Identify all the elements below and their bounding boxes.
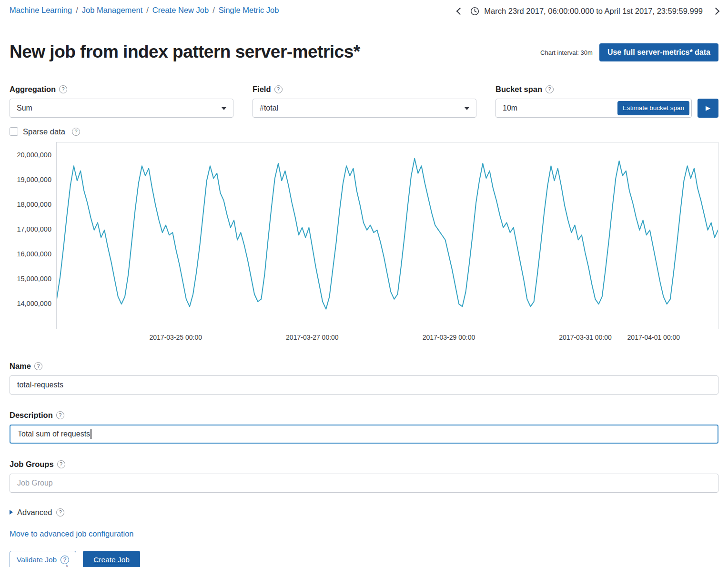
y-axis-label: 14,000,000 <box>10 300 51 307</box>
chart-line-svg <box>57 142 718 329</box>
help-icon[interactable]: ? <box>546 85 554 93</box>
help-icon[interactable]: ? <box>59 85 67 93</box>
advanced-label: Advanced <box>17 508 52 517</box>
y-axis-label: 18,000,000 <box>10 201 51 208</box>
chart-y-axis: 20,000,00019,000,00018,000,00017,000,000… <box>10 142 56 329</box>
help-icon: ? <box>61 556 69 564</box>
field-label: Field ? <box>253 85 476 94</box>
field-group: Field ? #total <box>253 85 476 118</box>
help-icon[interactable]: ? <box>57 460 65 468</box>
estimate-bucket-span-button[interactable]: Estimate bucket span <box>617 101 689 115</box>
sparse-data-label: Sparse data <box>23 127 65 136</box>
time-forward-icon[interactable] <box>712 8 720 15</box>
help-icon[interactable]: ? <box>72 128 80 136</box>
top-bar: Machine Learning/Job Management/Create N… <box>10 0 718 16</box>
chevron-down-icon <box>222 107 226 110</box>
breadcrumb: Machine Learning/Job Management/Create N… <box>10 6 279 15</box>
x-axis-label: 2017-03-25 00:00 <box>149 334 202 341</box>
clock-icon <box>470 7 479 16</box>
y-axis-label: 20,000,000 <box>10 151 51 159</box>
metric-preview-chart: 20,000,00019,000,00018,000,00017,000,000… <box>10 142 718 345</box>
bucket-span-group: Bucket span ? 10m Estimate bucket span ▶ <box>495 85 718 118</box>
description-value: Total sum of requests <box>18 430 90 438</box>
aggregation-group: Aggregation ? Sum <box>10 85 233 118</box>
breadcrumb-item[interactable]: Create New Job <box>152 6 209 15</box>
play-button[interactable]: ▶ <box>698 99 718 118</box>
bucket-span-label-text: Bucket span <box>495 85 542 94</box>
job-header: New job from index pattern server-metric… <box>10 40 718 65</box>
validate-job-button[interactable]: Validate Job ? <box>10 551 76 567</box>
time-range-text[interactable]: March 23rd 2017, 06:00:00.000 to April 1… <box>484 7 703 16</box>
bucket-span-value: 10m <box>503 104 517 112</box>
x-axis-label: 2017-03-31 00:00 <box>559 334 612 341</box>
aggregation-label: Aggregation ? <box>10 85 233 94</box>
time-picker[interactable]: March 23rd 2017, 06:00:00.000 to April 1… <box>457 6 718 16</box>
help-icon[interactable]: ? <box>274 85 283 93</box>
chevron-down-icon <box>465 107 469 110</box>
name-field-group: Name ? <box>10 362 718 395</box>
y-axis-label: 17,000,000 <box>10 225 51 233</box>
name-label: Name ? <box>10 362 718 371</box>
description-input[interactable]: Total sum of requests <box>10 425 718 444</box>
description-label: Description ? <box>10 411 718 420</box>
job-groups-label-text: Job Groups <box>10 460 54 469</box>
breadcrumb-separator: / <box>76 6 78 15</box>
chevron-right-icon <box>10 510 13 515</box>
create-job-button[interactable]: Create Job <box>83 551 140 567</box>
chart-plot-area[interactable] <box>56 142 718 329</box>
text-cursor <box>91 429 91 439</box>
action-buttons: Validate Job ? Create Job ☝ <box>10 551 718 567</box>
time-back-icon[interactable] <box>456 8 464 15</box>
job-groups-field-group: Job Groups ? <box>10 460 718 493</box>
breadcrumb-item[interactable]: Job Management <box>82 6 143 15</box>
breadcrumb-separator: / <box>212 6 215 15</box>
field-select[interactable]: #total <box>253 99 476 118</box>
breadcrumb-item[interactable]: Machine Learning <box>10 6 72 15</box>
aggregation-value: Sum <box>17 104 32 112</box>
chart-x-axis: 2017-03-25 00:002017-03-27 00:002017-03-… <box>56 329 718 345</box>
aggregation-select[interactable]: Sum <box>10 99 233 118</box>
y-axis-label: 19,000,000 <box>10 176 51 183</box>
help-icon[interactable]: ? <box>34 362 42 370</box>
help-icon[interactable]: ? <box>56 508 64 516</box>
bucket-span-input[interactable]: 10m Estimate bucket span <box>495 99 692 118</box>
validate-job-label: Validate Job <box>17 556 57 564</box>
advanced-toggle[interactable]: Advanced ? <box>10 508 718 517</box>
x-axis-label: 2017-03-27 00:00 <box>286 334 339 341</box>
help-icon[interactable]: ? <box>56 411 64 419</box>
chart-interval-label: Chart interval: 30m <box>540 49 593 56</box>
breadcrumb-separator: / <box>146 6 149 15</box>
y-axis-label: 16,000,000 <box>10 250 51 258</box>
y-axis-label: 15,000,000 <box>10 275 51 283</box>
page-title: New job from index pattern server-metric… <box>10 40 360 65</box>
field-label-text: Field <box>253 85 271 94</box>
bucket-span-label: Bucket span ? <box>495 85 718 94</box>
job-groups-input[interactable] <box>10 474 718 493</box>
aggregation-label-text: Aggregation <box>10 85 56 94</box>
header-actions: Chart interval: 30m Use full server-metr… <box>540 43 718 61</box>
job-controls-row: Aggregation ? Sum Field ? #total Bucket … <box>10 85 718 118</box>
name-label-text: Name <box>10 362 31 371</box>
description-label-text: Description <box>10 411 53 420</box>
x-axis-label: 2017-04-01 00:00 <box>627 334 680 341</box>
breadcrumb-item[interactable]: Single Metric Job <box>219 6 279 15</box>
ml-single-metric-job-page: Machine Learning/Job Management/Create N… <box>0 0 728 567</box>
sparse-data-row: Sparse data ? <box>10 127 718 136</box>
x-axis-label: 2017-03-29 00:00 <box>423 334 475 341</box>
description-field-group: Description ? Total sum of requests <box>10 411 718 444</box>
field-value: #total <box>260 104 278 112</box>
job-groups-label: Job Groups ? <box>10 460 718 469</box>
name-input[interactable] <box>10 375 718 395</box>
move-to-advanced-link[interactable]: Move to advanced job configuration <box>10 529 134 538</box>
sparse-data-checkbox[interactable] <box>10 127 18 136</box>
use-full-data-button[interactable]: Use full server-metrics* data <box>599 43 718 61</box>
